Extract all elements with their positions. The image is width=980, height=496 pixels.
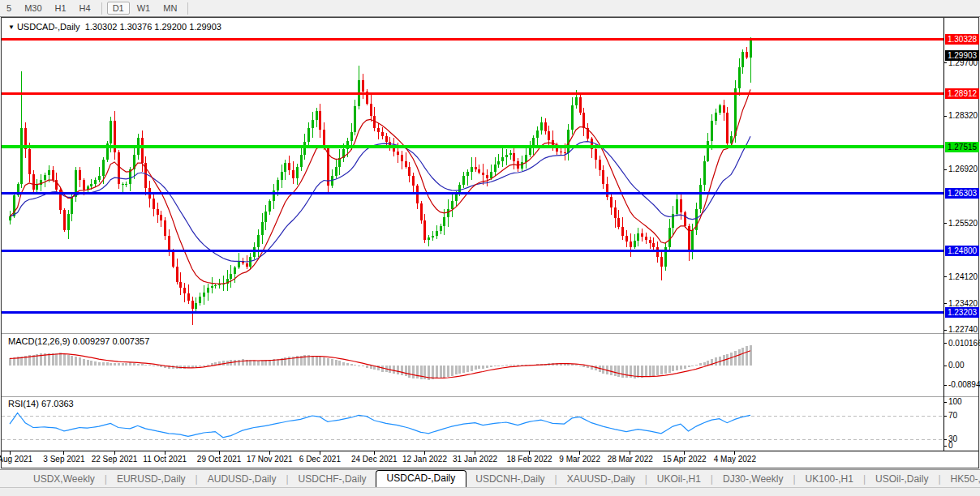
candle-body — [292, 170, 294, 177]
macd-bar — [440, 366, 442, 378]
candle-body — [110, 121, 112, 143]
macd-bar — [141, 364, 144, 366]
candle-body — [373, 116, 376, 128]
date-label: 29 Oct 2021 — [197, 455, 241, 464]
macd-bar — [55, 353, 58, 366]
timeframe-m30[interactable]: M30 — [19, 2, 47, 15]
tab-ukoil-h1[interactable]: UKOil-,H1 — [648, 472, 710, 486]
macd-bar — [129, 362, 131, 366]
tab-dj30-weekly[interactable]: DJ30-,Weekly — [714, 472, 792, 486]
candle-body — [20, 128, 23, 184]
macd-bar — [350, 364, 353, 366]
candle-body — [471, 167, 473, 172]
candle-body — [48, 170, 50, 175]
horizontal-level-line[interactable] — [2, 192, 943, 195]
candle-body — [432, 236, 434, 237]
horizontal-level-line[interactable] — [2, 250, 943, 252]
macd-bar — [501, 366, 504, 366]
horizontal-level-line[interactable] — [2, 38, 943, 41]
macd-bar — [238, 360, 240, 366]
symbol-dropdown-icon[interactable]: ▼ — [8, 24, 15, 31]
tab-usdx-weekly[interactable]: USDX,Weekly — [24, 472, 104, 486]
macd-bar — [253, 361, 256, 366]
candle-body — [707, 141, 709, 161]
candle-body — [684, 212, 686, 226]
candle-body — [385, 136, 388, 142]
tab-xauusd-daily[interactable]: XAUUSD-,Daily — [558, 472, 644, 486]
macd-bar — [160, 366, 162, 367]
candle-body — [261, 222, 264, 234]
horizontal-level-line[interactable] — [2, 145, 943, 148]
candle-body — [637, 233, 639, 240]
tab-uk100-h1[interactable]: UK100-,H1 — [797, 472, 862, 486]
candle-body — [316, 111, 318, 120]
macd-bar — [672, 366, 674, 371]
tab-usdcad-daily[interactable]: USDCAD-,Daily — [376, 470, 467, 489]
timeframe-h4[interactable]: H4 — [74, 2, 97, 15]
macd-bar — [312, 356, 314, 366]
macd-bar — [98, 362, 101, 366]
macd-bar — [133, 363, 135, 366]
macd-bar — [153, 366, 155, 366]
candle-body — [451, 201, 453, 208]
candle-body — [641, 233, 643, 237]
macd-bar — [13, 357, 15, 366]
candle-body — [211, 286, 213, 287]
macd-histogram — [9, 345, 752, 380]
candle-body — [595, 149, 597, 160]
candle-body — [412, 176, 415, 186]
candle-body — [157, 209, 159, 215]
tab-usdcnh-daily[interactable]: USDCNH-,Daily — [466, 472, 553, 486]
ohlc-low: 1.29200 — [154, 22, 187, 32]
horizontal-level-line[interactable] — [2, 92, 943, 95]
macd-bar — [451, 366, 453, 376]
macd-bar — [610, 366, 612, 375]
horizontal-level-line[interactable] — [2, 311, 943, 314]
macd-bar — [645, 366, 647, 377]
candle-body — [610, 197, 612, 207]
candle-body — [354, 106, 356, 132]
candle-body — [98, 176, 101, 180]
macd-bar — [579, 366, 582, 366]
candle-body — [246, 263, 248, 267]
timeframe-toolbar: 5M30H1H4D1W1MN — [0, 0, 980, 17]
candle-body — [475, 167, 477, 170]
macd-bar — [331, 359, 333, 366]
macd-bar — [354, 365, 356, 366]
tab-usdchf-daily[interactable]: USDCHF-,Daily — [290, 472, 376, 486]
macd-bar — [656, 366, 659, 375]
tab-audusd-daily[interactable]: AUDUSD-,Daily — [199, 472, 286, 486]
chart-canvas[interactable] — [2, 18, 978, 468]
timeframe-h1[interactable]: H1 — [49, 2, 72, 15]
price-tick-label: 1.26920 — [948, 165, 978, 173]
rsi-name: RSI(14) — [8, 399, 39, 408]
macd-bar — [715, 357, 717, 366]
tab-eurusd-daily[interactable]: EURUSD-,Daily — [108, 472, 195, 486]
candle-body — [288, 163, 290, 170]
candle-body — [234, 267, 236, 274]
candle-body — [377, 128, 380, 132]
macd-bar — [420, 366, 423, 379]
timeframe-w1[interactable]: W1 — [131, 2, 157, 15]
timeframe-mn[interactable]: MN — [157, 2, 183, 15]
candle-body — [738, 67, 741, 88]
date-label: 17 Nov 2021 — [247, 455, 293, 464]
macd-bar — [741, 348, 744, 366]
candle-body — [668, 228, 671, 247]
timeframe-d1[interactable]: D1 — [107, 2, 130, 15]
tab-hk50-h1[interactable]: HK50-,H1 — [942, 472, 980, 486]
timeframe-5[interactable]: 5 — [1, 2, 17, 15]
chart-window[interactable]: ▼USDCAD-,Daily 1.30302 1.30376 1.29200 1… — [1, 17, 979, 468]
candle-body — [90, 184, 92, 187]
candle-body — [486, 175, 488, 178]
macd-bar — [668, 366, 671, 373]
macd-bar — [571, 364, 574, 366]
tab-usoil-daily[interactable]: USOil-,Daily — [866, 472, 937, 486]
macd-bar — [575, 365, 578, 366]
macd-bar — [316, 356, 318, 366]
macd-bar — [110, 363, 112, 366]
macd-bar — [242, 359, 244, 366]
candle-body — [67, 214, 70, 230]
macd-bar — [462, 366, 465, 373]
candle-body — [676, 199, 678, 214]
